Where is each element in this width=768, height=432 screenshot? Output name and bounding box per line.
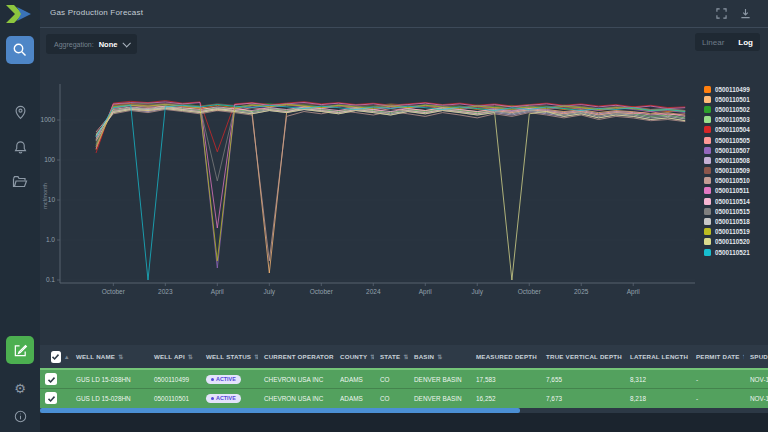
sidebar-item-edit[interactable] [6, 336, 34, 364]
cell-spud_date: NOV-19-20 [744, 376, 768, 383]
legend-item-0500110508[interactable]: 0500110508 [704, 155, 750, 165]
cell-county: ADAMS [334, 395, 374, 402]
column-header-basin[interactable]: BASIN⇅ [408, 353, 470, 360]
column-label: LATERAL LENGTH [630, 353, 688, 360]
legend-item-0500110505[interactable]: 0500110505 [704, 135, 750, 145]
sidebar-item-info[interactable] [6, 402, 34, 430]
status-dot-icon [211, 378, 214, 381]
column-header-lateral_length[interactable]: LATERAL LENGTH⇅ [624, 353, 690, 360]
column-header-permit_date[interactable]: PERMIT DATE⇅ [690, 353, 744, 360]
scale-option-log[interactable]: Log [731, 38, 760, 47]
cell-county: ADAMS [334, 376, 374, 383]
legend-label: 0500110518 [715, 218, 750, 225]
cell-lateral_length: 8,218 [624, 395, 690, 402]
legend-item-0500110520[interactable]: 0500110520 [704, 237, 750, 247]
legend-item-0500110518[interactable]: 0500110518 [704, 216, 750, 226]
cell-well_name: GUS LD 15-038HN [70, 376, 148, 383]
sidebar-item-location[interactable] [6, 98, 34, 126]
cell-well_api: 0500110501 [148, 395, 200, 402]
expand-icon[interactable] [714, 6, 728, 20]
series-line-0500110507 [96, 105, 685, 269]
legend-item-0500110499[interactable]: 0500110499 [704, 84, 750, 94]
column-header-tvd[interactable]: TRUE VERTICAL DEPTH⇅ [540, 353, 624, 360]
cell-permit_date: - [690, 395, 744, 402]
series-line-0500110520 [96, 109, 685, 280]
column-label: SPUD DATE [750, 353, 768, 360]
download-icon[interactable] [738, 6, 752, 20]
legend-item-0500110514[interactable]: 0500110514 [704, 196, 750, 206]
legend-label: 0500110515 [715, 208, 750, 215]
row-checkbox[interactable] [51, 351, 61, 363]
sort-icon: ⇅ [188, 353, 193, 360]
production-chart[interactable]: 1000100101.00.1October2023AprilJulyOctob… [40, 28, 768, 333]
legend-item-0500110501[interactable]: 0500110501 [704, 94, 750, 104]
aggregation-value: None [99, 40, 118, 49]
legend-item-0500110519[interactable]: 0500110519 [704, 227, 750, 237]
legend-item-0500110502[interactable]: 0500110502 [704, 104, 750, 114]
legend-item-0500110511[interactable]: 0500110511 [704, 186, 750, 196]
scale-toggle: Linear Log [695, 33, 760, 51]
edit-icon [13, 343, 28, 358]
column-header-measured_depth[interactable]: MEASURED DEPTH⇅ [470, 353, 540, 360]
sidebar-item-settings[interactable]: ⚙ [6, 374, 34, 402]
cell-measured_depth: 16,252 [470, 395, 540, 402]
table-row[interactable]: GUS LD 15-038HN0500110499ACTIVECHEVRON U… [40, 368, 768, 388]
svg-text:April: April [419, 288, 433, 296]
legend-item-0500110503[interactable]: 0500110503 [704, 115, 750, 125]
row-checkbox[interactable] [45, 373, 57, 385]
legend-swatch [704, 157, 711, 164]
column-label: WELL API [154, 353, 185, 360]
cell-well_name: GUS LD 15-028HN [70, 395, 148, 402]
column-header-county[interactable]: COUNTY⇅ [334, 353, 374, 360]
scale-option-linear[interactable]: Linear [695, 38, 731, 47]
legend-item-0500110510[interactable]: 0500110510 [704, 176, 750, 186]
column-header-well_status[interactable]: WELL STATUS⇅ [200, 353, 258, 360]
aggregation-dropdown[interactable]: Aggregation: None [46, 34, 137, 54]
wells-table: ▲WELL NAME⇅WELL API⇅WELL STATUS⇅CURRENT … [40, 345, 768, 408]
svg-text:mcf/month: mcf/month [42, 183, 48, 209]
legend-item-0500110509[interactable]: 0500110509 [704, 166, 750, 176]
legend-item-0500110521[interactable]: 0500110521 [704, 247, 750, 257]
table-row[interactable]: GUS LD 15-028HN0500110501ACTIVECHEVRON U… [40, 388, 768, 408]
series-line-0500110515 [96, 104, 685, 181]
column-header-state[interactable]: STATE⇅ [374, 353, 408, 360]
sidebar-item-search[interactable] [6, 36, 34, 64]
legend-item-0500110507[interactable]: 0500110507 [704, 145, 750, 155]
legend-item-0500110504[interactable]: 0500110504 [704, 125, 750, 135]
cell-lateral_length: 8,312 [624, 376, 690, 383]
column-header-operator[interactable]: CURRENT OPERATOR⇅ [258, 353, 334, 360]
legend-swatch [704, 208, 711, 215]
legend-label: 0500110505 [715, 137, 750, 144]
column-header-well_name[interactable]: WELL NAME⇅ [70, 353, 148, 360]
legend-label: 0500110503 [715, 116, 750, 123]
svg-text:October: October [518, 288, 542, 295]
column-header-well_api[interactable]: WELL API⇅ [148, 353, 200, 360]
legend-label: 0500110504 [715, 126, 750, 133]
series-line-0500110521 [96, 105, 685, 280]
svg-text:July: July [264, 288, 276, 296]
legend-swatch [704, 177, 711, 184]
cell-operator: CHEVRON USA INC [258, 395, 334, 402]
sort-icon: ⇅ [118, 353, 123, 360]
sidebar-item-alerts[interactable] [6, 133, 34, 161]
status-badge: ACTIVE [206, 375, 241, 384]
legend-swatch [704, 86, 711, 93]
app-window: { "app": {"title": "Gas Production Forec… [0, 0, 768, 432]
row-checkbox[interactable] [45, 392, 57, 404]
cell-measured_depth: 17,583 [470, 376, 540, 383]
column-header-spud_date[interactable]: SPUD DATE⇅ [744, 353, 768, 360]
checkbox-cell [40, 373, 70, 385]
series-line-0500110508 [96, 109, 685, 139]
svg-text:10: 10 [48, 196, 56, 203]
legend-item-0500110515[interactable]: 0500110515 [704, 206, 750, 216]
cell-well_api: 0500110499 [148, 376, 200, 383]
sidebar-item-projects[interactable] [6, 168, 34, 196]
app-logo [4, 3, 36, 25]
svg-text:October: October [310, 288, 334, 295]
series-line-0500110510 [96, 110, 685, 261]
location-pin-icon [13, 105, 28, 120]
select-all-header[interactable]: ▲ [40, 351, 70, 363]
column-label: WELL STATUS [206, 353, 251, 360]
legend-swatch [704, 218, 711, 225]
column-label: STATE [380, 353, 400, 360]
